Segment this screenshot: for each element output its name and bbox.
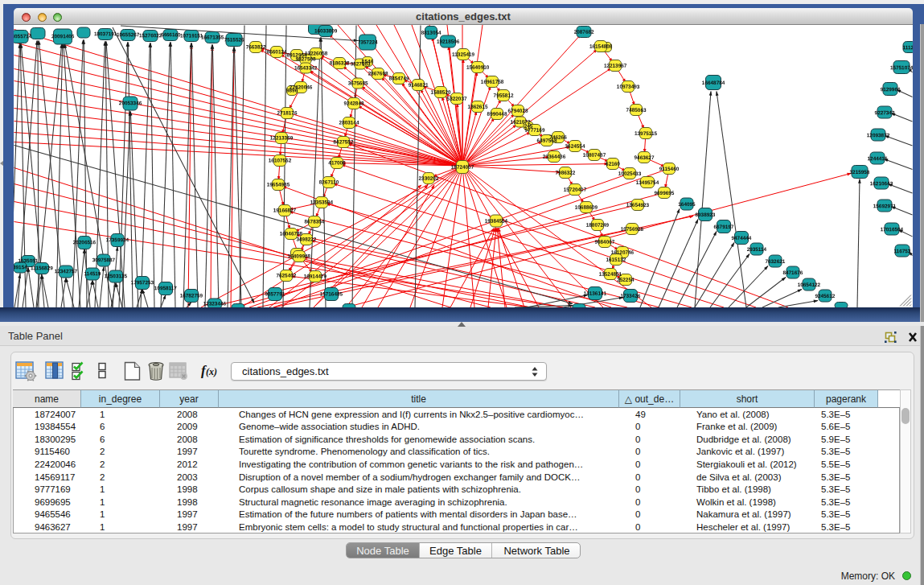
svg-text:16543342: 16543342 [294, 65, 318, 71]
svg-text:13654923: 13654923 [626, 202, 650, 208]
svg-text:2803144: 2803144 [339, 120, 359, 126]
svg-text:2867608: 2867608 [368, 71, 388, 76]
svg-text:19166827: 19166827 [273, 208, 297, 213]
svg-text:9896: 9896 [286, 88, 298, 93]
svg-text:13495754: 13495754 [636, 179, 659, 185]
svg-text:2087682: 2087682 [574, 29, 594, 35]
svg-text:1362615: 1362615 [468, 104, 488, 109]
svg-text:17016504: 17016504 [881, 227, 904, 233]
svg-text:9227342: 9227342 [875, 110, 895, 116]
svg-text:12353594: 12353594 [310, 200, 334, 205]
svg-text:7632621: 7632621 [765, 259, 785, 265]
svg-text:12503135: 12503135 [105, 274, 128, 279]
svg-text:13226058: 13226058 [305, 51, 328, 56]
svg-text:11156829: 11156829 [31, 266, 53, 271]
svg-text:9777169: 9777169 [525, 127, 545, 133]
svg-text:9827508: 9827508 [296, 56, 316, 62]
svg-text:3215958: 3215958 [850, 170, 870, 175]
svg-text:8938923: 8938923 [695, 212, 715, 217]
svg-text:17957253: 17957253 [131, 280, 154, 286]
svg-text:15692971: 15692971 [873, 204, 897, 209]
svg-text:10807487: 10807487 [583, 152, 606, 158]
svg-text:2330202: 2330202 [419, 175, 439, 181]
svg-text:7955812: 7955812 [494, 93, 514, 98]
svg-text:15276022: 15276022 [139, 33, 162, 39]
svg-text:9146821: 9146821 [409, 82, 429, 88]
svg-text:1546: 1546 [362, 59, 374, 64]
svg-text:10025433: 10025433 [618, 171, 642, 176]
svg-text:10655267: 10655267 [117, 32, 140, 38]
svg-text:16914479: 16914479 [304, 274, 327, 279]
svg-text:19384554: 19384554 [485, 218, 508, 224]
svg-text:12342757: 12342757 [55, 269, 78, 274]
svg-text:8990448: 8990448 [487, 111, 507, 117]
svg-text:6466160: 6466160 [161, 32, 181, 38]
svg-text:15716485: 15716485 [320, 291, 343, 297]
svg-text:8678354: 8678354 [304, 219, 324, 225]
svg-text:6679197: 6679197 [713, 224, 733, 229]
svg-text:9857791: 9857791 [265, 291, 285, 297]
svg-text:11325419: 11325419 [452, 51, 475, 57]
svg-text:5322037: 5322037 [447, 96, 467, 101]
svg-text:7357224: 7357224 [358, 39, 378, 45]
svg-text:11121: 11121 [903, 45, 913, 51]
svg-text:7625402: 7625402 [276, 273, 296, 278]
svg-text:9474444: 9474444 [731, 235, 751, 241]
svg-text:13524851: 13524851 [599, 271, 622, 277]
svg-text:9463627: 9463627 [634, 154, 655, 160]
svg-text:19654985: 19654985 [267, 182, 290, 187]
svg-text:15640910: 15640910 [466, 64, 490, 70]
svg-text:1535051: 1535051 [18, 258, 38, 264]
svg-text:20091406: 20091406 [51, 34, 75, 39]
svg-text:114519: 114519 [84, 271, 101, 277]
svg-text:9115460: 9115460 [659, 166, 680, 171]
svg-text:1733426: 1733426 [620, 293, 640, 299]
svg-text:252254: 252254 [617, 277, 634, 282]
svg-text:1244415: 1244415 [868, 156, 888, 162]
svg-text:116753: 116753 [893, 249, 910, 254]
svg-text:8660124: 8660124 [267, 49, 287, 55]
svg-text:12213369: 12213369 [270, 135, 294, 141]
svg-text:16671355: 16671355 [201, 35, 224, 40]
svg-text:746266: 746266 [549, 134, 567, 140]
svg-text:9129966: 9129966 [881, 87, 901, 93]
svg-text:2935114: 2935114 [747, 247, 767, 253]
svg-text:16648784: 16648784 [702, 80, 725, 85]
svg-text:2718176: 2718176 [277, 110, 298, 116]
svg-text:417006: 417006 [328, 160, 346, 166]
svg-text:15720407: 15720407 [564, 187, 587, 192]
svg-text:16107552: 16107552 [269, 158, 292, 163]
svg-text:12323446: 12323446 [203, 301, 227, 307]
svg-text:1615132: 1615132 [606, 257, 626, 262]
svg-text:16154808: 16154808 [589, 43, 613, 49]
svg-text:12213967: 12213967 [604, 63, 627, 68]
svg-text:9084067: 9084067 [594, 239, 614, 245]
svg-text:16210643: 16210643 [870, 181, 893, 187]
svg-text:(x): (x) [206, 366, 217, 377]
svg-text:8267110: 8267110 [319, 179, 339, 185]
svg-text:10756928: 10756928 [621, 226, 644, 232]
svg-text:16961758: 16961758 [481, 79, 504, 84]
svg-text:16409948: 16409948 [288, 253, 311, 259]
svg-text:3498222: 3498222 [296, 237, 316, 242]
svg-text:8454749: 8454749 [389, 76, 409, 81]
svg-text:15751074: 15751074 [890, 65, 913, 71]
svg-text:20053346: 20053346 [119, 101, 142, 106]
svg-text:3624554: 3624554 [565, 143, 585, 149]
svg-text:13975115: 13975115 [634, 130, 658, 136]
svg-text:14136141: 14136141 [584, 290, 607, 296]
svg-text:17359934: 17359934 [106, 237, 129, 243]
svg-text:10958117: 10958117 [154, 286, 178, 291]
svg-text:6794028: 6794028 [508, 108, 528, 113]
svg-text:8186328: 8186328 [330, 60, 350, 66]
svg-text:16120746: 16120746 [611, 249, 634, 255]
svg-text:8471676: 8471676 [782, 270, 803, 276]
svg-text:30975887: 30975887 [92, 257, 116, 263]
svg-text:16033809: 16033809 [314, 28, 338, 34]
svg-text:8813054: 8813054 [421, 30, 441, 35]
svg-text:62160: 62160 [606, 161, 620, 167]
svg-text:7986322: 7986322 [556, 170, 576, 175]
svg-text:18037191: 18037191 [94, 31, 117, 37]
svg-text:39154: 39154 [14, 265, 27, 270]
svg-text:7485063: 7485063 [626, 107, 647, 113]
